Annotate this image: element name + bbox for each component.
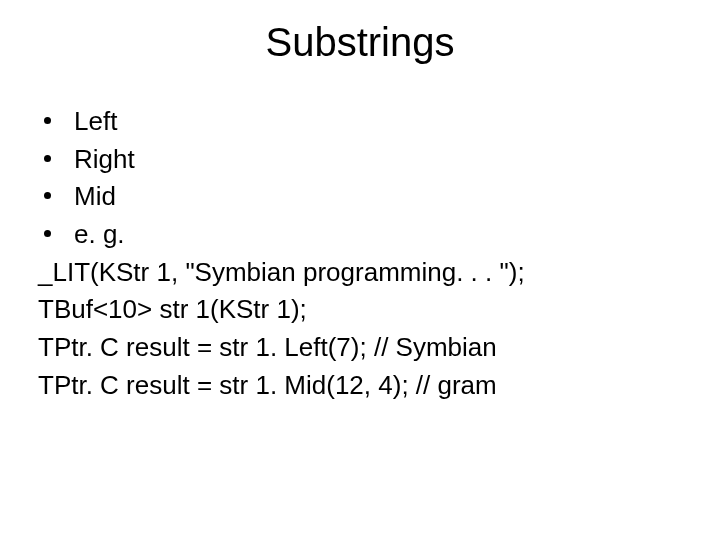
bullet-text: Right bbox=[74, 144, 135, 174]
slide-title: Substrings bbox=[30, 20, 690, 65]
list-item: Mid bbox=[38, 178, 690, 216]
code-line: TPtr. C result = str 1. Left(7); // Symb… bbox=[38, 329, 690, 367]
list-item: e. g. bbox=[38, 216, 690, 254]
bullet-icon bbox=[44, 192, 51, 199]
list-item: Right bbox=[38, 141, 690, 179]
bullet-icon bbox=[44, 117, 51, 124]
slide: Substrings Left Right Mid e. g. _LIT(KSt… bbox=[0, 0, 720, 540]
bullet-icon bbox=[44, 155, 51, 162]
bullet-list: Left Right Mid e. g. bbox=[38, 103, 690, 254]
bullet-text: e. g. bbox=[74, 219, 125, 249]
code-line: _LIT(KStr 1, "Symbian programming. . . "… bbox=[38, 254, 690, 292]
code-line: TPtr. C result = str 1. Mid(12, 4); // g… bbox=[38, 367, 690, 405]
bullet-text: Left bbox=[74, 106, 117, 136]
bullet-icon bbox=[44, 230, 51, 237]
list-item: Left bbox=[38, 103, 690, 141]
code-line: TBuf<10> str 1(KStr 1); bbox=[38, 291, 690, 329]
slide-body: Left Right Mid e. g. _LIT(KStr 1, "Symbi… bbox=[30, 103, 690, 405]
bullet-text: Mid bbox=[74, 181, 116, 211]
